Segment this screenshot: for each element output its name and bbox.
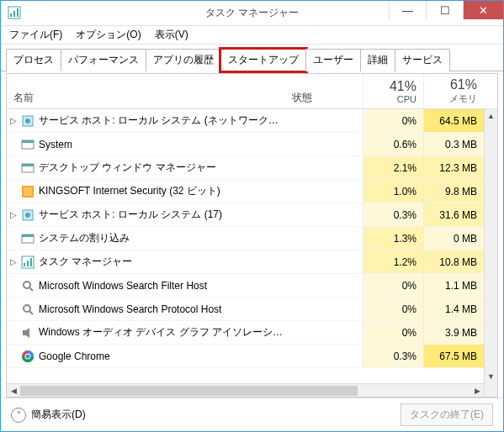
maximize-button[interactable]: ☐ bbox=[426, 1, 463, 19]
table-row[interactable]: ▷サービス ホスト: ローカル システム (17)0.3%31.6 MB bbox=[7, 203, 497, 227]
scroll-track[interactable] bbox=[20, 384, 470, 397]
scroll-down-icon[interactable]: ▼ bbox=[485, 370, 497, 383]
column-memory[interactable]: 61% メモリ bbox=[423, 74, 484, 108]
process-icon bbox=[20, 232, 35, 245]
cpu-value: 0% bbox=[363, 321, 423, 344]
chevron-up-icon: ˄ bbox=[11, 408, 26, 423]
scroll-thumb[interactable] bbox=[20, 386, 358, 396]
memory-value: 3.9 MB bbox=[423, 321, 484, 344]
svg-rect-7 bbox=[22, 140, 34, 143]
scroll-up-icon[interactable]: ▲ bbox=[485, 109, 497, 123]
process-grid: 名前 状態 41% CPU 61% メモリ ▷サービス ホスト: ローカル シス… bbox=[6, 73, 498, 398]
svg-rect-24 bbox=[23, 330, 26, 335]
table-row[interactable]: Microsoft Windows Search Filter Host0%1.… bbox=[7, 274, 497, 298]
grid-header: 名前 状態 41% CPU 61% メモリ bbox=[7, 74, 497, 109]
horizontal-scrollbar[interactable]: ◀ ▶ bbox=[7, 383, 497, 397]
process-name: サービス ホスト: ローカル システム (ネットワーク制限... bbox=[35, 113, 287, 128]
process-icon bbox=[20, 161, 35, 175]
svg-rect-19 bbox=[30, 258, 32, 266]
svg-point-13 bbox=[25, 213, 30, 218]
process-icon bbox=[20, 279, 35, 292]
table-row[interactable]: KINGSOFT Internet Security (32 ビット)1.0%9… bbox=[7, 180, 497, 203]
cpu-value: 2.1% bbox=[363, 156, 423, 179]
grid-rows: ▷サービス ホスト: ローカル システム (ネットワーク制限...0%64.5 … bbox=[7, 109, 497, 383]
tab-app-history[interactable]: アプリの履歴 bbox=[146, 49, 221, 71]
table-row[interactable]: System0.6%0.3 MB bbox=[7, 133, 497, 156]
process-name: Microsoft Windows Search Filter Host bbox=[35, 280, 287, 292]
vertical-scrollbar[interactable]: ▲ ▼ bbox=[484, 109, 497, 397]
menu-file[interactable]: ファイル(F) bbox=[4, 26, 67, 44]
process-icon bbox=[20, 208, 35, 222]
memory-value: 0.3 MB bbox=[423, 133, 484, 155]
svg-rect-17 bbox=[24, 263, 25, 266]
cpu-value: 0.6% bbox=[363, 133, 423, 155]
expand-icon[interactable]: ▷ bbox=[7, 210, 20, 219]
cpu-value: 1.0% bbox=[363, 180, 423, 203]
app-icon bbox=[8, 6, 21, 19]
table-row[interactable]: デスクトップ ウィンドウ マネージャー2.1%12.3 MB bbox=[7, 156, 497, 180]
process-name: デスクトップ ウィンドウ マネージャー bbox=[35, 161, 287, 175]
titlebar: タスク マネージャー — ☐ ✕ bbox=[1, 1, 503, 26]
cpu-label: CPU bbox=[397, 94, 416, 104]
memory-value: 1.1 MB bbox=[423, 274, 484, 297]
process-name: システムの割り込み bbox=[35, 231, 287, 245]
table-row[interactable]: Windows オーディオ デバイス グラフ アイソレーション0%3.9 MB bbox=[7, 321, 497, 345]
process-name: Microsoft Windows Search Protocol Host bbox=[35, 303, 287, 315]
close-button[interactable]: ✕ bbox=[463, 1, 503, 19]
svg-point-22 bbox=[24, 305, 30, 312]
tab-performance[interactable]: パフォーマンス bbox=[61, 49, 146, 71]
tab-bar: プロセス パフォーマンス アプリの履歴 スタートアップ ユーザー 詳細 サービス bbox=[1, 45, 503, 71]
process-name: System bbox=[35, 139, 287, 150]
memory-value: 9.8 MB bbox=[423, 180, 484, 203]
menu-bar: ファイル(F) オプション(O) 表示(V) bbox=[1, 26, 503, 45]
tab-startup[interactable]: スタートアップ bbox=[220, 49, 306, 71]
table-row[interactable]: ▷サービス ホスト: ローカル システム (ネットワーク制限...0%64.5 … bbox=[7, 109, 497, 133]
svg-rect-9 bbox=[22, 164, 34, 166]
column-cpu[interactable]: 41% CPU bbox=[363, 74, 423, 108]
menu-view[interactable]: 表示(V) bbox=[150, 26, 194, 44]
process-icon bbox=[20, 185, 35, 198]
svg-rect-3 bbox=[17, 8, 19, 17]
process-icon bbox=[20, 326, 35, 340]
column-status[interactable]: 状態 bbox=[287, 74, 363, 108]
tab-users[interactable]: ユーザー bbox=[305, 49, 361, 71]
table-row[interactable]: システムの割り込み1.3%0 MB bbox=[7, 227, 497, 250]
window-controls: — ☐ ✕ bbox=[389, 1, 503, 19]
expand-icon[interactable]: ▷ bbox=[7, 116, 20, 125]
svg-rect-1 bbox=[10, 13, 12, 17]
content-area: 名前 状態 41% CPU 61% メモリ ▷サービス ホスト: ローカル シス… bbox=[1, 71, 503, 398]
process-name: Google Chrome bbox=[35, 350, 287, 362]
process-name: サービス ホスト: ローカル システム (17) bbox=[35, 208, 287, 222]
svg-rect-11 bbox=[24, 187, 32, 196]
memory-value: 0 MB bbox=[423, 227, 484, 250]
svg-point-20 bbox=[24, 282, 30, 288]
minimize-button[interactable]: — bbox=[389, 1, 426, 19]
task-manager-window: タスク マネージャー — ☐ ✕ ファイル(F) オプション(O) 表示(V) … bbox=[0, 0, 504, 432]
fewer-details-button[interactable]: ˄ 簡易表示(D) bbox=[11, 408, 86, 423]
scroll-left-icon[interactable]: ◀ bbox=[7, 384, 20, 397]
mem-label: メモリ bbox=[449, 92, 477, 105]
menu-options[interactable]: オプション(O) bbox=[71, 26, 146, 44]
cpu-total-pct: 41% bbox=[390, 79, 416, 94]
scroll-right-icon[interactable]: ▶ bbox=[470, 384, 484, 397]
cpu-value: 1.3% bbox=[363, 227, 423, 250]
tab-details[interactable]: 詳細 bbox=[360, 49, 395, 71]
memory-value: 12.3 MB bbox=[423, 156, 484, 179]
tab-services[interactable]: サービス bbox=[395, 49, 450, 71]
svg-rect-15 bbox=[22, 234, 34, 237]
cpu-value: 0% bbox=[363, 298, 423, 320]
table-row[interactable]: ▷タスク マネージャー1.2%10.8 MB bbox=[7, 250, 497, 274]
svg-line-23 bbox=[29, 311, 33, 314]
cpu-value: 1.2% bbox=[363, 250, 423, 273]
process-icon bbox=[20, 114, 35, 128]
cpu-value: 0% bbox=[363, 109, 423, 132]
table-row[interactable]: Google Chrome0.3%67.5 MB bbox=[7, 345, 497, 368]
process-icon bbox=[20, 303, 35, 316]
tab-processes[interactable]: プロセス bbox=[6, 49, 61, 71]
mem-total-pct: 61% bbox=[450, 77, 477, 92]
memory-value: 1.4 MB bbox=[423, 298, 484, 320]
end-task-button[interactable]: タスクの終了(E) bbox=[401, 403, 493, 426]
expand-icon[interactable]: ▷ bbox=[7, 257, 20, 266]
table-row[interactable]: Microsoft Windows Search Protocol Host0%… bbox=[7, 298, 497, 321]
column-name[interactable]: 名前 bbox=[7, 74, 287, 108]
